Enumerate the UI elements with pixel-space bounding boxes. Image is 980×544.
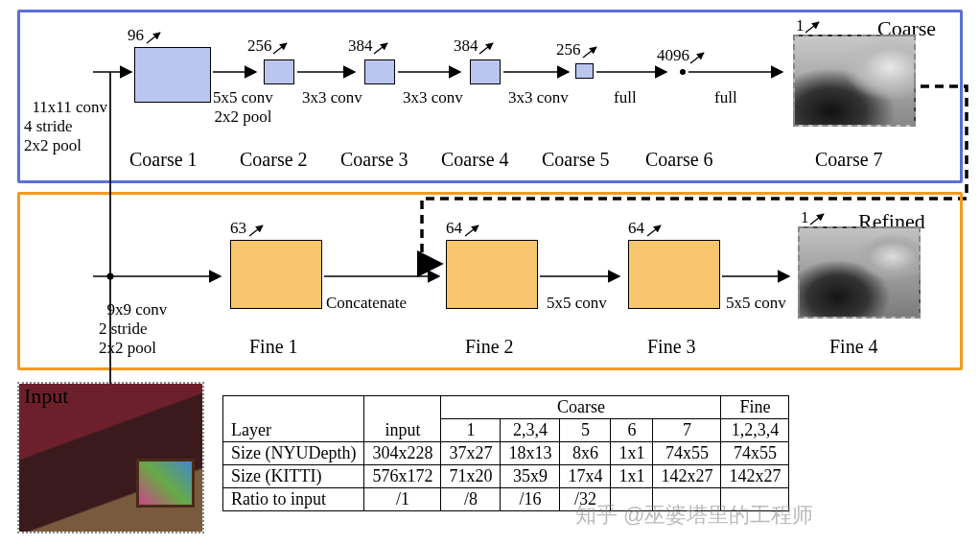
block-fine-3 (628, 240, 720, 309)
op-fine-3: 5x5 conv (726, 294, 786, 313)
arrow-f2-f3 (540, 272, 626, 281)
arrow-f3-f4 (722, 272, 794, 281)
op-fine-1: Concatenate (326, 294, 407, 313)
svg-point-23 (107, 273, 114, 280)
table-row: Size (KITTI) 576x17271x2035x917x41x1142x… (223, 465, 789, 488)
svg-line-18 (465, 225, 478, 236)
arrow-f1-f2 (324, 272, 447, 281)
ch-fine-3: 64 (628, 219, 644, 238)
table-row: Size (NYUDepth) 304x22837x2718x138x61x17… (223, 442, 789, 465)
label-fine-3: Fine 3 (647, 336, 696, 358)
svg-line-20 (647, 225, 661, 236)
label-fine-1: Fine 1 (249, 336, 298, 358)
svg-line-22 (810, 214, 824, 225)
fine-output-depth (798, 226, 921, 319)
ch-fine-2: 64 (446, 219, 462, 238)
block-fine-1 (230, 240, 322, 309)
input-feed-line (0, 0, 211, 413)
ch-fine-4: 1 (801, 208, 809, 227)
label-fine-2: Fine 2 (465, 336, 514, 358)
label-fine-4: Fine 4 (829, 336, 878, 358)
sizes-table: Layer input Coarse Fine 12,3,45671,2,3,4… (222, 395, 789, 511)
op-fine-2: 5x5 conv (547, 294, 607, 313)
table-row: Layer input Coarse Fine (223, 396, 789, 419)
watermark: 知乎 @巫婆塔里的工程师 (575, 501, 813, 530)
ch-fine-1: 63 (230, 219, 246, 238)
block-fine-2 (446, 240, 538, 309)
svg-line-16 (249, 225, 263, 236)
